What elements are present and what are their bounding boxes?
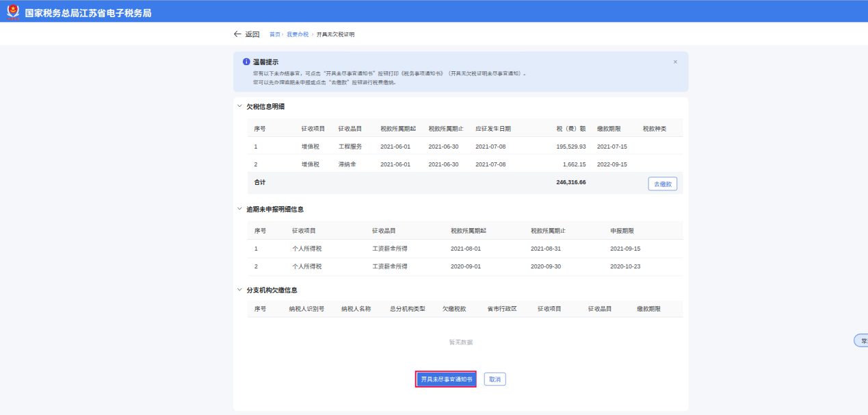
svg-text:中国税务: 中国税务 [7,16,19,21]
